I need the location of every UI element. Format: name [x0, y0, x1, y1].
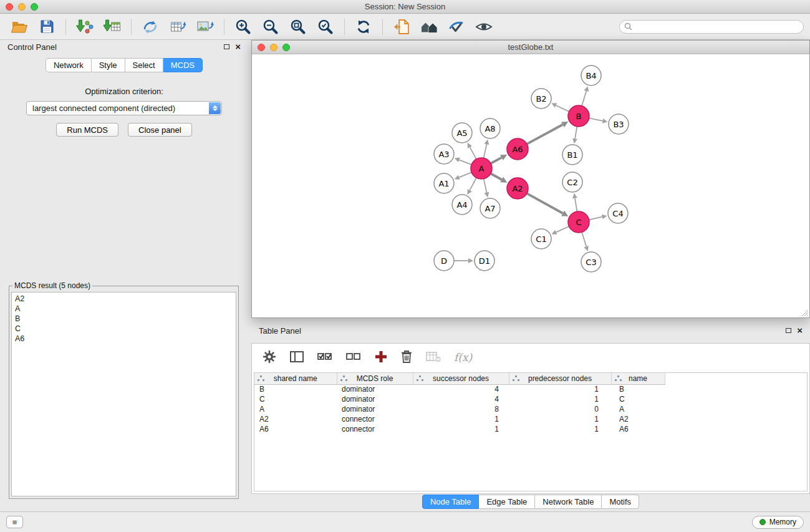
mcds-result-item[interactable]: A: [12, 304, 236, 314]
mcds-result-item[interactable]: C: [12, 324, 236, 334]
table-row[interactable]: Adominator80A: [254, 404, 807, 414]
graph-edge-B-B4[interactable]: [582, 91, 586, 106]
graph-edge-C-C4[interactable]: [589, 217, 602, 220]
table-cell[interactable]: 4: [413, 384, 509, 394]
graph-node-B[interactable]: B: [568, 105, 589, 127]
column-header-shared-name[interactable]: shared name: [254, 373, 337, 384]
mcds-result-item[interactable]: B: [12, 314, 236, 324]
tab-node-table[interactable]: Node Table: [422, 495, 480, 509]
graph-node-B2[interactable]: B2: [531, 89, 551, 109]
graph-node-C4[interactable]: C4: [608, 203, 628, 223]
table-row[interactable]: A6connector11A6: [254, 424, 807, 434]
table-cell[interactable]: 4: [413, 394, 509, 404]
close-panel-button[interactable]: Close panel: [128, 123, 192, 137]
graph-edge-B-B2[interactable]: [556, 105, 569, 112]
mcds-result-item[interactable]: A6: [12, 334, 236, 344]
table-cell[interactable]: connector: [337, 414, 413, 424]
graph-node-D[interactable]: D: [434, 251, 454, 271]
tab-motifs[interactable]: Motifs: [602, 495, 639, 509]
add-column-button[interactable]: [374, 350, 388, 365]
graph-node-C3[interactable]: C3: [581, 252, 601, 272]
table-cell[interactable]: B: [611, 384, 665, 394]
float-panel-icon[interactable]: [224, 44, 229, 49]
new-table-button[interactable]: [165, 16, 191, 37]
import-table-button[interactable]: [99, 16, 125, 37]
optimization-criterion-dropdown[interactable]: largest connected component (directed): [26, 101, 222, 115]
resize-grip[interactable]: [801, 309, 809, 317]
export-image-button[interactable]: [192, 16, 218, 37]
graph-node-A2[interactable]: A2: [507, 178, 528, 199]
graph-node-A7[interactable]: A7: [480, 198, 500, 218]
network-graph[interactable]: B4B2BB3A5A8A6A3B1AC2A1A2A4A7C4CC1DD1C3: [252, 54, 809, 317]
node-table[interactable]: shared nameMCDS rolesuccessor nodesprede…: [254, 372, 808, 491]
graph-edge-C-C3[interactable]: [582, 232, 586, 246]
graph-edge-B-B3[interactable]: [589, 118, 603, 120]
tab-network[interactable]: Network: [46, 58, 92, 72]
search-box[interactable]: [619, 20, 804, 34]
table-row[interactable]: A2connector11A2: [254, 414, 807, 424]
table-cell[interactable]: 1: [509, 394, 611, 404]
zoom-fit-button[interactable]: [285, 16, 311, 37]
table-cell[interactable]: A6: [254, 424, 337, 434]
select-all-rows-button[interactable]: [317, 350, 333, 365]
tab-network-table[interactable]: Network Table: [535, 495, 602, 509]
table-cell[interactable]: A6: [611, 424, 665, 434]
table-cell[interactable]: A2: [611, 414, 665, 424]
column-header-name[interactable]: name: [611, 373, 665, 384]
graph-edge-A-A8[interactable]: [484, 144, 487, 158]
minimize-window-button[interactable]: [18, 3, 26, 11]
memory-button[interactable]: Memory: [752, 516, 804, 529]
table-cell[interactable]: dominator: [337, 394, 413, 404]
tab-mcds[interactable]: MCDS: [163, 58, 203, 72]
run-mcds-button[interactable]: Run MCDS: [56, 123, 118, 137]
network-close-button[interactable]: [258, 44, 265, 51]
table-cell[interactable]: A2: [254, 414, 337, 424]
graph-edge-A-A5[interactable]: [470, 147, 476, 159]
graph-node-B3[interactable]: B3: [609, 114, 629, 134]
table-cell[interactable]: 0: [509, 404, 611, 414]
graph-node-A6[interactable]: A6: [507, 138, 528, 160]
table-cell[interactable]: 8: [413, 404, 509, 414]
float-table-panel-icon[interactable]: [786, 328, 791, 333]
save-session-button[interactable]: [34, 16, 60, 37]
table-row[interactable]: Cdominator41C: [254, 394, 807, 404]
show-column-panel-button[interactable]: [289, 350, 304, 365]
dropdown-stepper-icon[interactable]: [209, 102, 221, 114]
home-button[interactable]: [416, 16, 442, 37]
graph-node-A[interactable]: A: [471, 158, 492, 179]
table-cell[interactable]: 1: [509, 424, 611, 434]
deselect-all-rows-button[interactable]: [345, 350, 362, 365]
close-panel-icon[interactable]: ×: [235, 44, 241, 50]
network-window-titlebar[interactable]: testGlobe.txt: [252, 41, 809, 54]
network-minimize-button[interactable]: [270, 44, 277, 51]
open-session-button[interactable]: [6, 16, 32, 37]
graph-edge-A6-B[interactable]: [527, 125, 563, 144]
task-history-button[interactable]: ≡: [6, 516, 23, 528]
column-header-MCDS-role[interactable]: MCDS role: [337, 373, 413, 384]
graph-node-B1[interactable]: B1: [562, 145, 582, 165]
graph-node-A1[interactable]: A1: [434, 173, 454, 193]
table-cell[interactable]: 1: [509, 414, 611, 424]
graph-edge-A-A3[interactable]: [459, 160, 471, 165]
graph-node-A5[interactable]: A5: [452, 123, 472, 143]
table-cell[interactable]: B: [254, 384, 337, 394]
new-network-button[interactable]: [137, 16, 163, 37]
zoom-out-button[interactable]: [258, 16, 284, 37]
function-builder-button[interactable]: f(x): [454, 351, 472, 364]
show-hide-button[interactable]: [471, 16, 497, 37]
open-document-button[interactable]: [388, 16, 415, 37]
graph-node-A4[interactable]: A4: [452, 195, 472, 215]
maximize-window-button[interactable]: [31, 3, 38, 11]
refresh-view-button[interactable]: [350, 16, 377, 37]
graph-node-A8[interactable]: A8: [480, 118, 500, 138]
graph-node-A3[interactable]: A3: [434, 144, 454, 164]
style-check-button[interactable]: [443, 16, 470, 37]
graph-edge-A-A6[interactable]: [491, 158, 501, 163]
column-header-predecessor-nodes[interactable]: predecessor nodes: [509, 373, 611, 384]
table-cell[interactable]: A: [254, 404, 337, 414]
table-cell[interactable]: C: [254, 394, 337, 404]
delete-columns-button[interactable]: [400, 349, 413, 366]
tab-select[interactable]: Select: [125, 58, 163, 72]
tab-edge-table[interactable]: Edge Table: [479, 495, 535, 509]
graph-node-C[interactable]: C: [568, 211, 589, 233]
